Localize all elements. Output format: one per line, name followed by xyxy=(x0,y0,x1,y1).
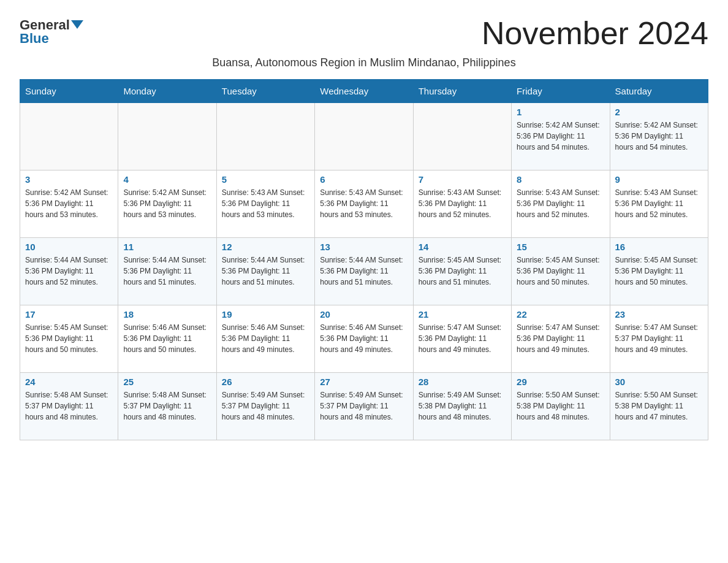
day-info: Sunrise: 5:42 AM Sunset: 5:36 PM Dayligh… xyxy=(615,120,703,153)
day-info: Sunrise: 5:42 AM Sunset: 5:36 PM Dayligh… xyxy=(123,187,211,220)
day-number: 3 xyxy=(25,174,113,185)
day-info: Sunrise: 5:45 AM Sunset: 5:36 PM Dayligh… xyxy=(25,322,113,355)
day-info: Sunrise: 5:48 AM Sunset: 5:37 PM Dayligh… xyxy=(123,389,211,423)
calendar-cell: 22Sunrise: 5:47 AM Sunset: 5:36 PM Dayli… xyxy=(512,305,610,373)
day-number: 17 xyxy=(25,309,113,320)
calendar-table: SundayMondayTuesdayWednesdayThursdayFrid… xyxy=(20,79,708,440)
day-number: 15 xyxy=(517,242,604,252)
weekday-header-monday: Monday xyxy=(118,80,216,103)
weekday-header-sunday: Sunday xyxy=(20,80,118,103)
day-number: 6 xyxy=(320,174,408,185)
day-info: Sunrise: 5:47 AM Sunset: 5:36 PM Dayligh… xyxy=(517,322,604,355)
day-info: Sunrise: 5:43 AM Sunset: 5:36 PM Dayligh… xyxy=(419,187,506,220)
calendar-cell xyxy=(315,103,413,170)
calendar-cell xyxy=(413,103,511,170)
day-number: 26 xyxy=(222,377,309,387)
day-number: 29 xyxy=(517,377,604,387)
day-info: Sunrise: 5:43 AM Sunset: 5:36 PM Dayligh… xyxy=(222,187,309,220)
weekday-header-thursday: Thursday xyxy=(413,80,511,103)
day-number: 8 xyxy=(517,174,604,185)
subtitle: Buansa, Autonomous Region in Muslim Mind… xyxy=(20,56,708,69)
week-row-5: 24Sunrise: 5:48 AM Sunset: 5:37 PM Dayli… xyxy=(20,373,708,440)
calendar-cell: 28Sunrise: 5:49 AM Sunset: 5:38 PM Dayli… xyxy=(413,373,511,440)
calendar-cell: 8Sunrise: 5:43 AM Sunset: 5:36 PM Daylig… xyxy=(512,170,610,238)
day-info: Sunrise: 5:44 AM Sunset: 5:36 PM Dayligh… xyxy=(222,255,309,288)
day-number: 25 xyxy=(123,377,211,387)
day-info: Sunrise: 5:49 AM Sunset: 5:37 PM Dayligh… xyxy=(320,389,408,423)
calendar-cell xyxy=(216,103,314,170)
day-info: Sunrise: 5:43 AM Sunset: 5:36 PM Dayligh… xyxy=(615,187,703,220)
logo-blue: Blue xyxy=(20,31,49,47)
day-info: Sunrise: 5:49 AM Sunset: 5:38 PM Dayligh… xyxy=(419,389,506,423)
calendar-cell: 15Sunrise: 5:45 AM Sunset: 5:36 PM Dayli… xyxy=(512,238,610,305)
day-number: 19 xyxy=(222,309,309,320)
day-info: Sunrise: 5:42 AM Sunset: 5:36 PM Dayligh… xyxy=(517,120,604,153)
calendar-cell: 25Sunrise: 5:48 AM Sunset: 5:37 PM Dayli… xyxy=(118,373,216,440)
day-info: Sunrise: 5:50 AM Sunset: 5:38 PM Dayligh… xyxy=(615,389,703,423)
day-info: Sunrise: 5:43 AM Sunset: 5:36 PM Dayligh… xyxy=(517,187,604,220)
day-number: 27 xyxy=(320,377,408,387)
day-number: 12 xyxy=(222,242,309,252)
day-number: 24 xyxy=(25,377,113,387)
calendar-cell: 19Sunrise: 5:46 AM Sunset: 5:36 PM Dayli… xyxy=(216,305,314,373)
calendar-cell: 10Sunrise: 5:44 AM Sunset: 5:36 PM Dayli… xyxy=(20,238,118,305)
day-info: Sunrise: 5:43 AM Sunset: 5:36 PM Dayligh… xyxy=(320,187,408,220)
day-info: Sunrise: 5:42 AM Sunset: 5:36 PM Dayligh… xyxy=(25,187,113,220)
week-row-1: 1Sunrise: 5:42 AM Sunset: 5:36 PM Daylig… xyxy=(20,103,708,170)
day-number: 13 xyxy=(320,242,408,252)
day-number: 30 xyxy=(615,377,703,387)
logo-arrow-icon xyxy=(71,20,83,29)
calendar-cell: 26Sunrise: 5:49 AM Sunset: 5:37 PM Dayli… xyxy=(216,373,314,440)
day-info: Sunrise: 5:46 AM Sunset: 5:36 PM Dayligh… xyxy=(123,322,211,355)
weekday-header-tuesday: Tuesday xyxy=(216,80,314,103)
day-info: Sunrise: 5:47 AM Sunset: 5:37 PM Dayligh… xyxy=(615,322,703,355)
calendar-cell: 23Sunrise: 5:47 AM Sunset: 5:37 PM Dayli… xyxy=(610,305,708,373)
calendar-cell xyxy=(20,103,118,170)
day-number: 28 xyxy=(419,377,506,387)
day-info: Sunrise: 5:44 AM Sunset: 5:36 PM Dayligh… xyxy=(25,255,113,288)
calendar-cell: 17Sunrise: 5:45 AM Sunset: 5:36 PM Dayli… xyxy=(20,305,118,373)
day-info: Sunrise: 5:49 AM Sunset: 5:37 PM Dayligh… xyxy=(222,389,309,423)
day-info: Sunrise: 5:44 AM Sunset: 5:36 PM Dayligh… xyxy=(123,255,211,288)
calendar-cell: 6Sunrise: 5:43 AM Sunset: 5:36 PM Daylig… xyxy=(315,170,413,238)
calendar-cell: 9Sunrise: 5:43 AM Sunset: 5:36 PM Daylig… xyxy=(610,170,708,238)
day-number: 23 xyxy=(615,309,703,320)
calendar-cell: 30Sunrise: 5:50 AM Sunset: 5:38 PM Dayli… xyxy=(610,373,708,440)
calendar-cell: 13Sunrise: 5:44 AM Sunset: 5:36 PM Dayli… xyxy=(315,238,413,305)
calendar-cell: 14Sunrise: 5:45 AM Sunset: 5:36 PM Dayli… xyxy=(413,238,511,305)
day-number: 20 xyxy=(320,309,408,320)
day-info: Sunrise: 5:48 AM Sunset: 5:37 PM Dayligh… xyxy=(25,389,113,423)
day-number: 9 xyxy=(615,174,703,185)
calendar-cell: 11Sunrise: 5:44 AM Sunset: 5:36 PM Dayli… xyxy=(118,238,216,305)
day-number: 22 xyxy=(517,309,604,320)
weekday-header-wednesday: Wednesday xyxy=(315,80,413,103)
calendar-cell: 4Sunrise: 5:42 AM Sunset: 5:36 PM Daylig… xyxy=(118,170,216,238)
day-number: 21 xyxy=(419,309,506,320)
day-info: Sunrise: 5:44 AM Sunset: 5:36 PM Dayligh… xyxy=(320,255,408,288)
calendar-cell: 3Sunrise: 5:42 AM Sunset: 5:36 PM Daylig… xyxy=(20,170,118,238)
calendar-cell: 24Sunrise: 5:48 AM Sunset: 5:37 PM Dayli… xyxy=(20,373,118,440)
calendar-cell: 12Sunrise: 5:44 AM Sunset: 5:36 PM Dayli… xyxy=(216,238,314,305)
day-info: Sunrise: 5:45 AM Sunset: 5:36 PM Dayligh… xyxy=(419,255,506,288)
calendar-cell: 27Sunrise: 5:49 AM Sunset: 5:37 PM Dayli… xyxy=(315,373,413,440)
calendar-cell: 1Sunrise: 5:42 AM Sunset: 5:36 PM Daylig… xyxy=(512,103,610,170)
day-info: Sunrise: 5:50 AM Sunset: 5:38 PM Dayligh… xyxy=(517,389,604,423)
day-info: Sunrise: 5:46 AM Sunset: 5:36 PM Dayligh… xyxy=(320,322,408,355)
calendar-cell xyxy=(118,103,216,170)
calendar-cell: 7Sunrise: 5:43 AM Sunset: 5:36 PM Daylig… xyxy=(413,170,511,238)
day-info: Sunrise: 5:45 AM Sunset: 5:36 PM Dayligh… xyxy=(615,255,703,288)
day-number: 10 xyxy=(25,242,113,252)
calendar-cell: 5Sunrise: 5:43 AM Sunset: 5:36 PM Daylig… xyxy=(216,170,314,238)
day-number: 1 xyxy=(517,107,604,117)
day-number: 2 xyxy=(615,107,703,117)
weekday-header-saturday: Saturday xyxy=(610,80,708,103)
weekday-header-row: SundayMondayTuesdayWednesdayThursdayFrid… xyxy=(20,80,708,103)
day-info: Sunrise: 5:45 AM Sunset: 5:36 PM Dayligh… xyxy=(517,255,604,288)
calendar-cell: 29Sunrise: 5:50 AM Sunset: 5:38 PM Dayli… xyxy=(512,373,610,440)
page-title: November 2024 xyxy=(482,15,708,52)
calendar-cell: 16Sunrise: 5:45 AM Sunset: 5:36 PM Dayli… xyxy=(610,238,708,305)
day-number: 5 xyxy=(222,174,309,185)
weekday-header-friday: Friday xyxy=(512,80,610,103)
day-number: 7 xyxy=(419,174,506,185)
day-number: 18 xyxy=(123,309,211,320)
